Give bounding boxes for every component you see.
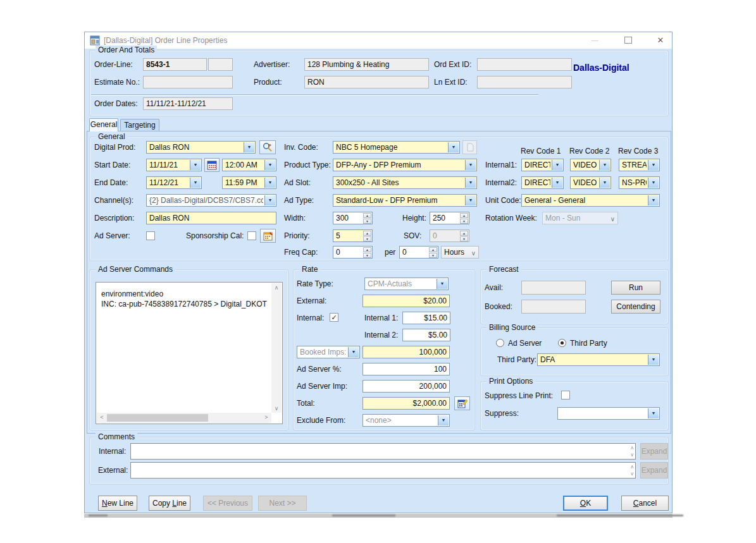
scroll-down-icon[interactable]: ∨	[271, 404, 282, 413]
dropdown-arrow-icon[interactable]: ▼	[244, 142, 254, 152]
freq-cap-spinner[interactable]: 0▲▼	[333, 246, 373, 259]
scroll-right-icon[interactable]: >	[261, 413, 271, 422]
end-date-select[interactable]: 11/12/21▼	[146, 176, 202, 189]
booked-imps-select[interactable]: Booked Imps:▼	[297, 346, 360, 358]
spin-down-icon[interactable]: ▼	[363, 219, 371, 224]
dropdown-arrow-icon[interactable]: ▼	[599, 160, 610, 170]
internal1-rev3-select[interactable]: STREAM▼	[619, 159, 660, 171]
dropdown-arrow-icon[interactable]: ▼	[552, 178, 562, 188]
ad-slot-select[interactable]: 300x250 - All Sites▼	[333, 176, 477, 189]
internal-rate-checkbox[interactable]: ✓	[330, 313, 338, 322]
dropdown-arrow-icon[interactable]: ▼	[648, 408, 659, 418]
chevron-up-icon[interactable]: ∧	[630, 463, 634, 470]
width-spinner[interactable]: 300▲▼	[333, 212, 373, 224]
spinner-buttons[interactable]: ▲▼	[429, 247, 437, 257]
internal1-rev1-select[interactable]: DIRECT▼	[521, 159, 564, 171]
chevron-down-icon[interactable]: ∨	[630, 451, 634, 458]
spin-up-icon[interactable]: ▲	[363, 231, 371, 236]
copy-line-button[interactable]: Copy Line	[149, 496, 190, 511]
dropdown-arrow-icon[interactable]: ▼	[448, 142, 459, 152]
spinner-buttons[interactable]: ▲▼	[363, 247, 371, 257]
sponsorship-cal-checkbox[interactable]	[247, 231, 256, 240]
dropdown-arrow-icon[interactable]: ▼	[648, 178, 659, 188]
height-spinner[interactable]: 250▲▼	[430, 212, 469, 224]
comment-scroll-buttons[interactable]: ∧ ∨	[630, 463, 634, 477]
comment-scroll-buttons[interactable]: ∧ ∨	[630, 444, 634, 458]
dropdown-arrow-icon[interactable]: ▼	[264, 178, 275, 188]
unit-code-select[interactable]: General - General▼	[521, 194, 660, 207]
dropdown-arrow-icon[interactable]: ▼	[190, 178, 201, 188]
dropdown-arrow-icon[interactable]: ▼	[190, 160, 201, 170]
third-party-radio-label[interactable]: Third Party	[570, 337, 607, 350]
scroll-up-icon[interactable]: ∧	[271, 283, 282, 292]
channels-select[interactable]: {2} Dallas-Digital/DCBS7/CBS7.cc▼	[146, 194, 276, 207]
freq-per-spinner[interactable]: 0▲▼	[399, 246, 438, 259]
tab-targeting[interactable]: Targeting	[120, 119, 159, 131]
spin-up-icon[interactable]: ▲	[429, 247, 437, 252]
spin-up-icon[interactable]: ▲	[363, 247, 371, 252]
chevron-up-icon[interactable]: ∧	[630, 444, 634, 451]
ad-server-commands-textarea[interactable]: environment:video INC: ca-pub-7458389172…	[96, 282, 283, 424]
spinner-buttons[interactable]: ▲▼	[460, 213, 468, 223]
dropdown-arrow-icon[interactable]: ▼	[264, 160, 275, 170]
spinner-buttons[interactable]: ▲▼	[460, 231, 468, 241]
ad-server-checkbox[interactable]	[146, 231, 155, 240]
new-line-button[interactable]: New Line	[98, 496, 137, 511]
scrollbar-thumb[interactable]	[107, 414, 208, 422]
ad-server-imp-input[interactable]: 200,000	[363, 380, 450, 393]
close-button[interactable]: ✕	[653, 34, 668, 46]
run-button[interactable]: Run	[611, 281, 660, 295]
internal2-rev3-select[interactable]: NS-PROD▼	[619, 176, 660, 189]
external-rate-input[interactable]: $20.00	[363, 295, 450, 307]
dropdown-arrow-icon[interactable]: ▼	[552, 160, 562, 170]
start-date-select[interactable]: 11/11/21▼	[146, 159, 202, 171]
end-time-select[interactable]: 11:59 PM▼	[222, 176, 276, 189]
booked-imps-input[interactable]: 100,000	[363, 346, 450, 358]
spin-up-icon[interactable]: ▲	[460, 213, 468, 218]
dropdown-arrow-icon[interactable]: ▼	[438, 415, 449, 425]
dropdown-arrow-icon[interactable]: ▼	[648, 160, 659, 170]
contending-button[interactable]: Contending	[611, 300, 660, 314]
ad-server-radio-label[interactable]: Ad Server	[508, 337, 542, 350]
ad-type-select[interactable]: Standard-Low - DFP Premium▼	[333, 194, 477, 207]
maximize-button[interactable]	[621, 34, 635, 46]
sponsorship-calendar-button[interactable]	[260, 229, 276, 243]
suppress-select[interactable]: ▼	[557, 407, 660, 420]
dropdown-arrow-icon[interactable]: ▼	[648, 355, 659, 365]
third-party-radio[interactable]	[558, 339, 566, 347]
product-type-select[interactable]: DFP-Any - DFP Premium▼	[333, 159, 477, 171]
spinner-buttons[interactable]: ▲▼	[363, 231, 371, 241]
dropdown-arrow-icon[interactable]: ▼	[264, 195, 275, 205]
internal2-rev2-select[interactable]: VIDEO▼	[570, 176, 611, 189]
ad-server-radio[interactable]	[496, 339, 504, 347]
description-input[interactable]: Dallas RON	[146, 212, 276, 224]
spin-down-icon[interactable]: ▼	[363, 236, 371, 241]
dropdown-arrow-icon[interactable]: ▼	[437, 279, 447, 289]
spin-up-icon[interactable]: ▲	[460, 231, 468, 236]
dropdown-arrow-icon[interactable]: ▼	[348, 347, 359, 357]
spin-down-icon[interactable]: ▼	[363, 253, 371, 258]
exclude-from-select[interactable]: <none>▼	[363, 414, 450, 427]
horizontal-scrollbar[interactable]: < >	[97, 413, 271, 423]
spinner-buttons[interactable]: ▲▼	[363, 213, 371, 223]
dropdown-arrow-icon[interactable]: ▼	[465, 195, 476, 205]
start-time-select[interactable]: 12:00 AM▼	[222, 159, 276, 171]
search-product-button[interactable]: P	[259, 140, 276, 154]
spin-down-icon[interactable]: ▼	[429, 253, 437, 258]
inv-code-select[interactable]: NBC 5 Homepage▼	[333, 141, 460, 154]
internal-comment-input[interactable]: ∧ ∨	[130, 443, 636, 460]
rate-type-select[interactable]: CPM-Actuals▼	[364, 278, 449, 290]
digital-prod-select[interactable]: Dallas RON▼	[146, 141, 256, 154]
internal1-rev2-select[interactable]: VIDEO▼	[570, 159, 611, 171]
freq-unit-select[interactable]: Hours∨	[441, 246, 479, 259]
spin-down-icon[interactable]: ▼	[460, 236, 468, 241]
spin-down-icon[interactable]: ▼	[460, 219, 468, 224]
priority-spinner[interactable]: 5▲▼	[333, 229, 373, 242]
tab-general[interactable]: General	[89, 118, 118, 131]
dropdown-arrow-icon[interactable]: ▼	[465, 178, 476, 188]
external-comment-input[interactable]: ∧ ∨	[130, 462, 636, 479]
chevron-down-icon[interactable]: ∨	[630, 470, 634, 477]
date-picker-button[interactable]	[204, 158, 220, 172]
dropdown-arrow-icon[interactable]: ▼	[465, 160, 476, 170]
ok-button[interactable]: OK	[563, 496, 608, 511]
